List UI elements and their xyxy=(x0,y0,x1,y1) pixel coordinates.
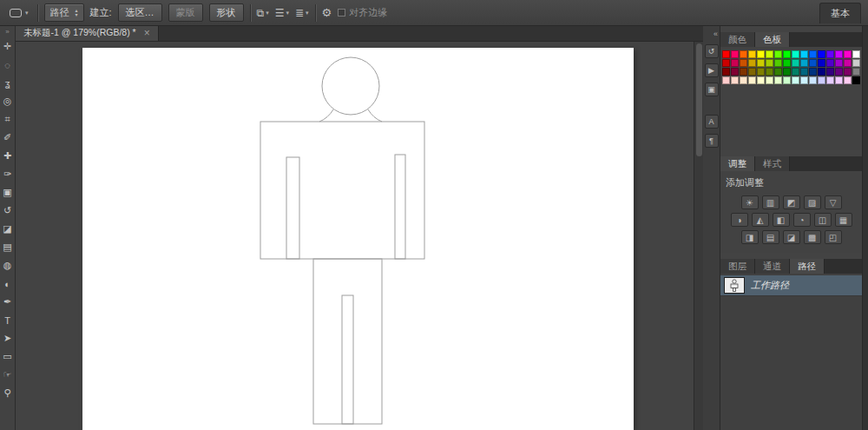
spot-healing-brush-tool[interactable]: ✚ xyxy=(0,147,16,165)
tab-paths[interactable]: 路径 xyxy=(790,259,825,274)
type-tool[interactable]: T xyxy=(0,311,16,329)
color-swatch[interactable] xyxy=(818,59,825,67)
hand-tool[interactable]: ☞ xyxy=(0,366,16,384)
color-swatch[interactable] xyxy=(731,50,739,58)
color-swatch[interactable] xyxy=(748,76,756,84)
gradient-tool[interactable]: ▤ xyxy=(0,238,16,256)
make-selection-button[interactable]: 选区… xyxy=(118,3,162,22)
color-swatch[interactable] xyxy=(792,59,799,67)
color-swatch[interactable] xyxy=(783,68,791,76)
color-swatch[interactable] xyxy=(800,50,808,58)
make-mask-button[interactable]: 蒙版 xyxy=(168,3,203,22)
color-swatch[interactable] xyxy=(766,50,773,58)
color-swatch[interactable] xyxy=(766,68,773,76)
color-swatch[interactable] xyxy=(757,76,765,84)
color-swatch[interactable] xyxy=(844,76,852,84)
crop-tool[interactable]: ⌗ xyxy=(0,110,16,129)
tab-swatches[interactable]: 色板 xyxy=(755,32,790,47)
color-swatch[interactable] xyxy=(740,68,747,76)
move-tool[interactable]: ✛ xyxy=(0,37,16,56)
document-canvas[interactable] xyxy=(82,48,634,430)
clone-stamp-tool[interactable]: ▣ xyxy=(0,183,16,202)
color-swatch[interactable] xyxy=(757,68,765,76)
color-swatch[interactable] xyxy=(748,50,756,58)
path-arrange-button[interactable]: ≣ ▾ xyxy=(295,7,309,19)
color-swatch[interactable] xyxy=(722,68,730,76)
levels-icon[interactable]: ▥ xyxy=(762,195,779,209)
color-swatch[interactable] xyxy=(809,68,817,76)
posterize-icon[interactable]: ▤ xyxy=(762,230,779,244)
color-swatch[interactable] xyxy=(757,59,765,67)
color-balance-icon[interactable]: ◭ xyxy=(752,213,769,227)
color-swatch[interactable] xyxy=(852,68,860,76)
quick-selection-tool[interactable]: ◎ xyxy=(0,92,16,110)
eyedropper-tool[interactable]: ✐ xyxy=(0,129,16,147)
color-swatch[interactable] xyxy=(818,68,825,76)
tab-styles[interactable]: 样式 xyxy=(755,156,790,171)
channel-mixer-icon[interactable]: ◫ xyxy=(814,213,832,227)
color-swatch[interactable] xyxy=(722,50,730,58)
color-swatch[interactable] xyxy=(835,76,843,84)
history-panel-icon[interactable]: ↺ xyxy=(705,44,719,58)
color-swatch[interactable] xyxy=(774,76,782,84)
curves-icon[interactable]: ◩ xyxy=(783,195,800,209)
black-white-icon[interactable]: ◧ xyxy=(773,213,790,227)
color-swatch[interactable] xyxy=(844,68,852,76)
path-item[interactable]: 工作路径 xyxy=(720,275,862,296)
color-swatch[interactable] xyxy=(740,76,747,84)
color-swatch[interactable] xyxy=(783,76,791,84)
hue-saturation-icon[interactable]: ◑ xyxy=(731,213,748,227)
color-swatch[interactable] xyxy=(766,59,773,67)
color-swatch[interactable] xyxy=(800,59,808,67)
color-swatch[interactable] xyxy=(731,68,739,76)
tab-adjustments[interactable]: 调整 xyxy=(720,156,755,171)
color-swatch[interactable] xyxy=(792,68,799,76)
color-swatch[interactable] xyxy=(774,50,782,58)
color-swatch[interactable] xyxy=(835,68,843,76)
tab-layers[interactable]: 图层 xyxy=(720,259,755,274)
color-swatch[interactable] xyxy=(774,68,782,76)
actions-panel-icon[interactable]: ▶ xyxy=(705,63,719,77)
brush-tool[interactable]: ✑ xyxy=(0,165,16,183)
color-swatch[interactable] xyxy=(852,59,860,67)
combine-shapes-button[interactable]: ⧉ ▾ xyxy=(257,7,269,19)
color-swatch[interactable] xyxy=(844,59,852,67)
color-swatch[interactable] xyxy=(826,68,834,76)
photo-filter-icon[interactable]: ◔ xyxy=(793,213,811,227)
make-shape-button[interactable]: 形状 xyxy=(209,3,244,22)
color-swatch[interactable] xyxy=(774,59,782,67)
color-swatch[interactable] xyxy=(835,59,843,67)
color-swatch[interactable] xyxy=(818,76,825,84)
color-swatch[interactable] xyxy=(800,76,808,84)
clone-source-panel-icon[interactable]: ▣ xyxy=(705,83,719,96)
color-swatch[interactable] xyxy=(800,68,808,76)
color-swatch[interactable] xyxy=(844,50,852,58)
vertical-scrollbar[interactable] xyxy=(694,42,703,430)
color-swatch[interactable] xyxy=(792,76,799,84)
tab-color[interactable]: 颜色 xyxy=(720,32,755,47)
color-swatch[interactable] xyxy=(852,50,860,58)
selective-color-icon[interactable]: ◰ xyxy=(825,230,842,244)
tab-channels[interactable]: 通道 xyxy=(755,259,790,274)
color-swatch[interactable] xyxy=(731,76,739,84)
color-swatch[interactable] xyxy=(826,59,834,67)
vibrance-icon[interactable]: ▽ xyxy=(825,195,842,209)
tool-preset-picker[interactable]: ▾ xyxy=(7,7,31,19)
character-panel-icon[interactable]: A xyxy=(705,115,719,129)
invert-icon[interactable]: ◨ xyxy=(741,230,759,244)
exposure-icon[interactable]: ▨ xyxy=(804,195,821,209)
paragraph-panel-icon[interactable]: ¶ xyxy=(705,134,719,148)
eraser-tool[interactable]: ◪ xyxy=(0,220,16,238)
scrollbar-thumb[interactable] xyxy=(696,43,702,156)
tool-mode-dropdown[interactable]: 路径 ▴ ▾ xyxy=(44,3,84,22)
path-alignment-button[interactable]: ☰ ▾ xyxy=(275,7,289,19)
gear-icon[interactable]: ⚙ xyxy=(322,6,332,19)
color-swatch[interactable] xyxy=(722,76,730,84)
path-selection-tool[interactable]: ➤ xyxy=(0,329,16,347)
brightness-contrast-icon[interactable]: ☀ xyxy=(741,195,759,209)
color-swatch[interactable] xyxy=(740,59,747,67)
color-swatch[interactable] xyxy=(766,76,773,84)
lasso-tool[interactable]: ʓ xyxy=(0,74,16,92)
history-brush-tool[interactable]: ↺ xyxy=(0,202,16,220)
color-swatch[interactable] xyxy=(722,59,730,67)
